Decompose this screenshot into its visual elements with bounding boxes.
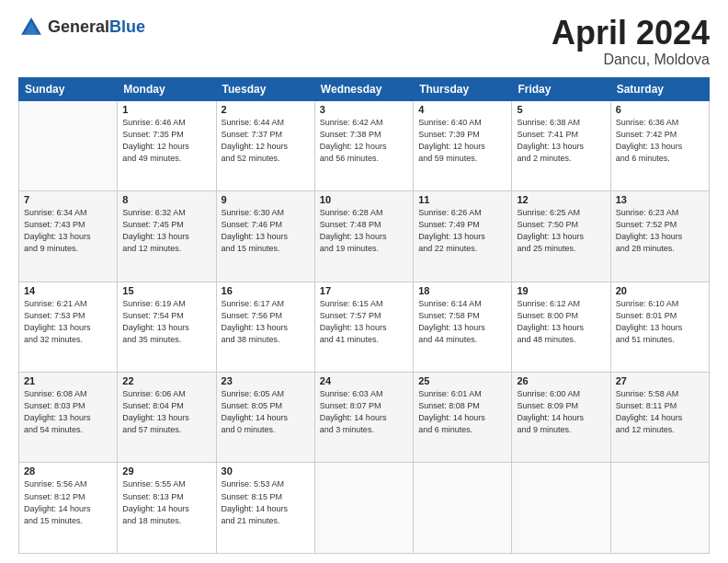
day-info: Sunrise: 6:32 AM Sunset: 7:45 PM Dayligh…: [122, 207, 210, 255]
day-number: 23: [222, 375, 310, 386]
day-number: 2: [222, 104, 310, 115]
calendar-table: SundayMondayTuesdayWednesdayThursdayFrid…: [18, 77, 710, 554]
calendar-cell: 23Sunrise: 6:05 AM Sunset: 8:05 PM Dayli…: [216, 373, 314, 463]
day-number: 26: [517, 375, 605, 386]
calendar-cell: 7Sunrise: 6:34 AM Sunset: 7:43 PM Daylig…: [19, 191, 118, 282]
day-info: Sunrise: 5:53 AM Sunset: 8:15 PM Dayligh…: [222, 478, 310, 526]
calendar-cell: 5Sunrise: 6:38 AM Sunset: 7:41 PM Daylig…: [512, 100, 610, 190]
title-block: April 2024 Dancu, Moldova: [552, 15, 710, 68]
calendar-cell: 19Sunrise: 6:12 AM Sunset: 8:00 PM Dayli…: [512, 282, 610, 372]
calendar-cell: 8Sunrise: 6:32 AM Sunset: 7:45 PM Daylig…: [118, 191, 216, 282]
calendar-cell: 30Sunrise: 5:53 AM Sunset: 8:15 PM Dayli…: [216, 463, 314, 554]
calendar-cell: 18Sunrise: 6:14 AM Sunset: 7:58 PM Dayli…: [414, 282, 512, 372]
calendar-cell: 9Sunrise: 6:30 AM Sunset: 7:46 PM Daylig…: [216, 191, 314, 282]
calendar-cell: 2Sunrise: 6:44 AM Sunset: 7:37 PM Daylig…: [216, 100, 314, 190]
day-info: Sunrise: 6:01 AM Sunset: 8:08 PM Dayligh…: [418, 388, 506, 436]
calendar-cell: 25Sunrise: 6:01 AM Sunset: 8:08 PM Dayli…: [414, 373, 512, 463]
day-info: Sunrise: 6:30 AM Sunset: 7:46 PM Dayligh…: [222, 207, 310, 255]
calendar-cell: 29Sunrise: 5:55 AM Sunset: 8:13 PM Dayli…: [118, 463, 216, 554]
week-row-4: 21Sunrise: 6:08 AM Sunset: 8:03 PM Dayli…: [19, 373, 710, 463]
day-header-row: SundayMondayTuesdayWednesdayThursdayFrid…: [19, 77, 710, 100]
day-number: 14: [24, 285, 112, 296]
calendar-cell: 1Sunrise: 6:46 AM Sunset: 7:35 PM Daylig…: [118, 100, 216, 190]
day-number: 6: [616, 104, 704, 115]
day-number: 29: [122, 465, 210, 477]
day-number: 28: [24, 465, 112, 477]
day-info: Sunrise: 6:42 AM Sunset: 7:38 PM Dayligh…: [320, 117, 408, 165]
week-row-5: 28Sunrise: 5:56 AM Sunset: 8:12 PM Dayli…: [19, 463, 710, 554]
day-info: Sunrise: 6:44 AM Sunset: 7:37 PM Dayligh…: [222, 117, 310, 165]
calendar-cell: 26Sunrise: 6:00 AM Sunset: 8:09 PM Dayli…: [512, 373, 610, 463]
day-number: 16: [222, 285, 310, 296]
day-number: 18: [418, 285, 506, 296]
calendar-cell: 21Sunrise: 6:08 AM Sunset: 8:03 PM Dayli…: [19, 373, 118, 463]
day-number: 19: [517, 285, 605, 296]
day-info: Sunrise: 6:15 AM Sunset: 7:57 PM Dayligh…: [320, 298, 408, 346]
day-number: 30: [222, 465, 310, 477]
day-header-sunday: Sunday: [19, 77, 118, 100]
calendar-cell: 13Sunrise: 6:23 AM Sunset: 7:52 PM Dayli…: [610, 191, 709, 282]
calendar-cell: 16Sunrise: 6:17 AM Sunset: 7:56 PM Dayli…: [216, 282, 314, 372]
day-number: 13: [616, 194, 704, 205]
day-number: 27: [616, 375, 704, 386]
calendar-cell: 24Sunrise: 6:03 AM Sunset: 8:07 PM Dayli…: [314, 373, 413, 463]
day-info: Sunrise: 6:08 AM Sunset: 8:03 PM Dayligh…: [24, 388, 112, 436]
day-number: 5: [517, 104, 605, 115]
day-number: 15: [122, 285, 210, 296]
logo-text: GeneralBlue: [48, 18, 145, 37]
day-info: Sunrise: 5:55 AM Sunset: 8:13 PM Dayligh…: [122, 478, 210, 526]
day-header-thursday: Thursday: [414, 77, 512, 100]
day-number: 3: [320, 104, 408, 115]
calendar-cell: [314, 463, 413, 554]
day-info: Sunrise: 6:36 AM Sunset: 7:42 PM Dayligh…: [616, 117, 704, 165]
calendar-cell: 11Sunrise: 6:26 AM Sunset: 7:49 PM Dayli…: [414, 191, 512, 282]
day-info: Sunrise: 6:06 AM Sunset: 8:04 PM Dayligh…: [122, 388, 210, 436]
day-info: Sunrise: 5:56 AM Sunset: 8:12 PM Dayligh…: [24, 478, 112, 526]
calendar-cell: 20Sunrise: 6:10 AM Sunset: 8:01 PM Dayli…: [610, 282, 709, 372]
calendar-cell: 17Sunrise: 6:15 AM Sunset: 7:57 PM Dayli…: [314, 282, 413, 372]
day-number: 22: [122, 375, 210, 386]
calendar-cell: [19, 100, 118, 190]
week-row-1: 1Sunrise: 6:46 AM Sunset: 7:35 PM Daylig…: [19, 100, 710, 190]
day-info: Sunrise: 6:38 AM Sunset: 7:41 PM Dayligh…: [517, 117, 605, 165]
day-header-tuesday: Tuesday: [216, 77, 314, 100]
calendar-cell: [610, 463, 709, 554]
calendar-cell: [512, 463, 610, 554]
day-info: Sunrise: 6:26 AM Sunset: 7:49 PM Dayligh…: [418, 207, 506, 255]
calendar-cell: [414, 463, 512, 554]
day-info: Sunrise: 6:00 AM Sunset: 8:09 PM Dayligh…: [517, 388, 605, 436]
day-info: Sunrise: 6:25 AM Sunset: 7:50 PM Dayligh…: [517, 207, 605, 255]
day-info: Sunrise: 6:28 AM Sunset: 7:48 PM Dayligh…: [320, 207, 408, 255]
calendar-cell: 27Sunrise: 5:58 AM Sunset: 8:11 PM Dayli…: [610, 373, 709, 463]
day-info: Sunrise: 6:21 AM Sunset: 7:53 PM Dayligh…: [24, 298, 112, 346]
day-info: Sunrise: 6:05 AM Sunset: 8:05 PM Dayligh…: [222, 388, 310, 436]
day-info: Sunrise: 6:10 AM Sunset: 8:01 PM Dayligh…: [616, 298, 704, 346]
logo: GeneralBlue: [18, 15, 145, 40]
week-row-2: 7Sunrise: 6:34 AM Sunset: 7:43 PM Daylig…: [19, 191, 710, 282]
day-info: Sunrise: 6:19 AM Sunset: 7:54 PM Dayligh…: [122, 298, 210, 346]
day-info: Sunrise: 6:23 AM Sunset: 7:52 PM Dayligh…: [616, 207, 704, 255]
calendar-cell: 4Sunrise: 6:40 AM Sunset: 7:39 PM Daylig…: [414, 100, 512, 190]
calendar-cell: 22Sunrise: 6:06 AM Sunset: 8:04 PM Dayli…: [118, 373, 216, 463]
day-number: 4: [418, 104, 506, 115]
month-title: April 2024: [552, 15, 710, 52]
calendar-cell: 3Sunrise: 6:42 AM Sunset: 7:38 PM Daylig…: [314, 100, 413, 190]
day-number: 17: [320, 285, 408, 296]
day-info: Sunrise: 6:03 AM Sunset: 8:07 PM Dayligh…: [320, 388, 408, 436]
day-number: 7: [24, 194, 112, 205]
day-number: 9: [222, 194, 310, 205]
day-header-wednesday: Wednesday: [314, 77, 413, 100]
day-number: 8: [122, 194, 210, 205]
calendar-cell: 14Sunrise: 6:21 AM Sunset: 7:53 PM Dayli…: [19, 282, 118, 372]
day-info: Sunrise: 6:14 AM Sunset: 7:58 PM Dayligh…: [418, 298, 506, 346]
day-header-friday: Friday: [512, 77, 610, 100]
calendar-cell: 10Sunrise: 6:28 AM Sunset: 7:48 PM Dayli…: [314, 191, 413, 282]
calendar-cell: 15Sunrise: 6:19 AM Sunset: 7:54 PM Dayli…: [118, 282, 216, 372]
day-info: Sunrise: 6:17 AM Sunset: 7:56 PM Dayligh…: [222, 298, 310, 346]
calendar-cell: 28Sunrise: 5:56 AM Sunset: 8:12 PM Dayli…: [19, 463, 118, 554]
calendar-header: SundayMondayTuesdayWednesdayThursdayFrid…: [19, 77, 710, 100]
calendar-cell: 12Sunrise: 6:25 AM Sunset: 7:50 PM Dayli…: [512, 191, 610, 282]
week-row-3: 14Sunrise: 6:21 AM Sunset: 7:53 PM Dayli…: [19, 282, 710, 372]
day-header-monday: Monday: [118, 77, 216, 100]
day-info: Sunrise: 6:34 AM Sunset: 7:43 PM Dayligh…: [24, 207, 112, 255]
